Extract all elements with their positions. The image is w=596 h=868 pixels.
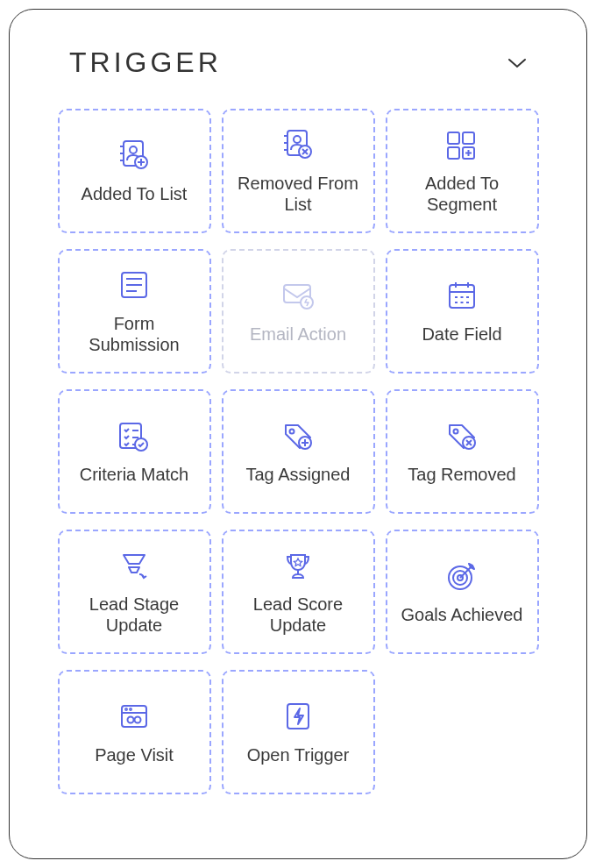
criteria-icon (114, 418, 154, 453)
segment-add-icon (442, 127, 482, 162)
form-icon (114, 267, 154, 302)
card-label: Goals Achieved (401, 604, 523, 625)
card-label: Lead Score Update (232, 594, 365, 636)
card-label: Tag Removed (408, 464, 515, 485)
chevron-down-icon[interactable] (507, 57, 527, 69)
card-label: Criteria Match (80, 464, 188, 485)
trigger-card-calendar[interactable]: Date Field (386, 249, 539, 374)
tag-add-icon (278, 418, 318, 453)
card-label: Page Visit (95, 744, 174, 765)
card-label: Open Trigger (247, 744, 350, 765)
card-label: Tag Assigned (246, 464, 351, 485)
calendar-icon (442, 278, 482, 313)
card-label: Removed From List (232, 173, 365, 215)
trigger-card-bolt[interactable]: Open Trigger (222, 670, 375, 794)
tag-remove-icon (442, 418, 482, 453)
trigger-card-browser[interactable]: Page Visit (58, 670, 211, 794)
panel-title: TRIGGER (69, 46, 222, 79)
trigger-grid: Added To ListRemoved From ListAdded To S… (45, 109, 551, 794)
card-label: Lead Stage Update (68, 594, 201, 636)
trigger-card-segment-add[interactable]: Added To Segment (386, 109, 539, 233)
card-label: Date Field (422, 324, 501, 345)
funnel-icon (114, 548, 154, 583)
panel-header: TRIGGER (45, 46, 551, 79)
trigger-card-user-remove[interactable]: Removed From List (222, 109, 375, 233)
trigger-card-tag-add[interactable]: Tag Assigned (222, 389, 375, 514)
user-add-icon (114, 138, 154, 173)
trigger-card-target[interactable]: Goals Achieved (386, 530, 539, 654)
user-remove-icon (278, 127, 318, 162)
trigger-card-user-add[interactable]: Added To List (58, 109, 211, 233)
trigger-card-trophy[interactable]: Lead Score Update (222, 530, 375, 654)
trigger-card-form[interactable]: Form Submission (58, 249, 211, 374)
trigger-card-email-action: Email Action (222, 249, 375, 374)
card-label: Email Action (250, 324, 346, 345)
trigger-card-tag-remove[interactable]: Tag Removed (386, 389, 539, 514)
target-icon (442, 559, 482, 594)
email-action-icon (278, 278, 318, 313)
trophy-icon (278, 548, 318, 583)
bolt-icon (278, 699, 318, 734)
card-label: Form Submission (68, 313, 201, 355)
browser-icon (114, 699, 154, 734)
trigger-card-funnel[interactable]: Lead Stage Update (58, 530, 211, 654)
card-label: Added To Segment (396, 173, 529, 215)
trigger-panel: TRIGGER Added To ListRemoved From ListAd… (9, 9, 587, 859)
trigger-card-criteria[interactable]: Criteria Match (58, 389, 211, 514)
card-label: Added To List (82, 183, 188, 204)
